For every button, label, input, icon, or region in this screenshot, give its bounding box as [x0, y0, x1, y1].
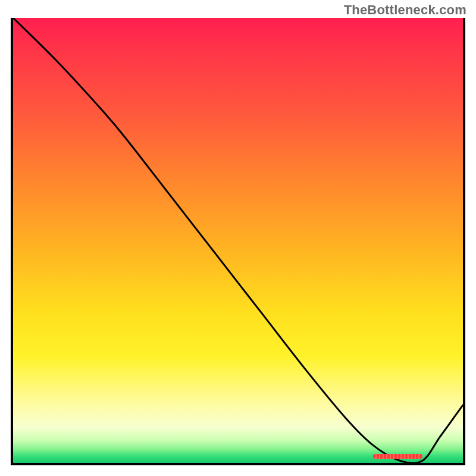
optimum-range-marker	[373, 454, 422, 459]
attribution-text: TheBottleneck.com	[344, 2, 466, 18]
chart-plot-area	[11, 18, 465, 465]
chart-background-gradient	[13, 18, 463, 463]
